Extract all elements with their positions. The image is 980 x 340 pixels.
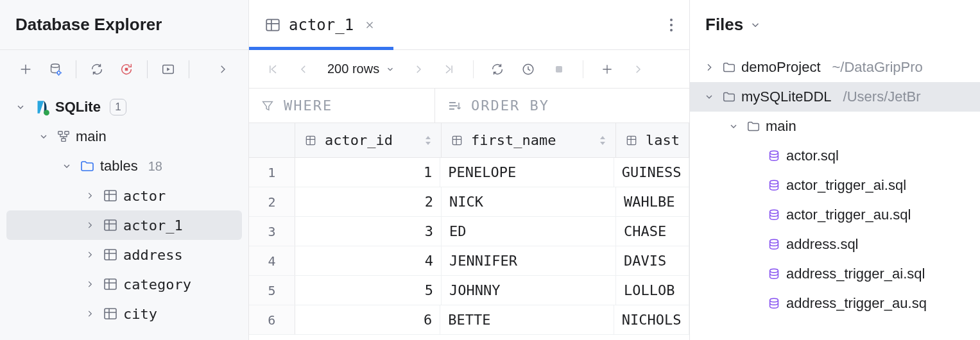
tree-schema[interactable]: main [0,122,248,151]
cancel-button[interactable] [546,56,572,82]
column-header-first-name[interactable]: first_name [442,123,616,157]
chevron-down-icon[interactable] [13,102,28,112]
prev-page-button[interactable] [290,56,317,82]
chevron-down-icon[interactable] [59,161,74,171]
cell-last-name[interactable]: LOLLOB [616,276,689,305]
stop-button[interactable] [114,56,139,82]
cell-actor-id[interactable]: 3 [295,217,442,246]
sort-indicator-icon[interactable] [424,135,432,146]
root-path: ~/DataGripPro [832,59,923,76]
tree-table[interactable]: actor_1 [6,210,242,240]
root-label: mySQLiteDDL [741,89,832,105]
table-row[interactable]: 66BETTENICHOLS [249,305,689,335]
add-row-button[interactable] [594,56,621,82]
table-row[interactable]: 11PENELOPEGUINESS [249,158,689,187]
table-label: actor_1 [123,217,183,234]
tab-actor-1[interactable]: actor_1 [249,0,393,49]
cell-first-name[interactable]: JENNIFER [442,246,616,275]
reload-button[interactable] [484,56,511,82]
svg-point-15 [670,19,673,21]
tree-tables-folder[interactable]: tables 18 [0,151,248,181]
cell-last-name[interactable]: NICHOLS [614,305,689,334]
history-button[interactable] [515,56,542,82]
chevron-right-icon[interactable] [701,62,717,72]
svg-rect-12 [105,279,116,289]
refresh-button[interactable] [84,56,110,82]
cell-first-name[interactable]: PENELOPE [440,158,614,187]
cell-actor-id[interactable]: 2 [295,187,442,216]
chevron-right-icon[interactable] [82,191,98,200]
chevron-down-icon[interactable] [36,132,51,142]
svg-rect-13 [105,309,116,319]
sort-indicator-icon[interactable] [599,135,606,146]
svg-rect-9 [105,191,116,201]
cell-actor-id[interactable]: 6 [295,305,441,334]
cell-first-name[interactable]: NICK [442,187,616,216]
chevron-right-icon[interactable] [82,309,98,318]
chevron-right-icon[interactable] [82,250,98,259]
rows-label: 200 rows [327,62,379,76]
column-header-actor-id[interactable]: actor_id [295,123,442,157]
first-page-button[interactable] [259,56,286,82]
table-label: category [123,276,191,293]
file-item[interactable]: address_trigger_ai.sql [690,259,980,289]
chevron-down-icon[interactable] [750,19,761,31]
orderby-filter[interactable]: ORDER BY [435,89,561,123]
tabbar-more-button[interactable] [653,0,689,49]
folder-main[interactable]: main [690,112,980,141]
cell-actor-id[interactable]: 1 [295,158,441,187]
cell-last-name[interactable]: CHASE [616,217,689,246]
cell-first-name[interactable]: JOHNNY [442,276,616,305]
cell-actor-id[interactable]: 5 [295,276,442,305]
cell-last-name[interactable]: WAHLBE [616,187,689,216]
file-item[interactable]: address.sql [690,230,980,259]
chevron-down-icon[interactable] [701,92,717,102]
next-button[interactable] [624,56,651,82]
svg-rect-10 [105,220,116,230]
expand-collapse-button[interactable] [210,56,236,82]
svg-rect-20 [306,136,314,144]
file-item[interactable]: actor_trigger_au.sql [690,200,980,230]
editor-tabbar: actor_1 [249,0,689,50]
where-filter[interactable]: WHERE [249,89,435,123]
last-page-button[interactable] [436,56,463,82]
cell-actor-id[interactable]: 4 [295,246,442,275]
table-row[interactable]: 22NICKWAHLBE [249,187,689,217]
chevron-down-icon[interactable] [726,121,741,132]
file-item[interactable]: address_trigger_au.sq [690,289,980,318]
datasource-properties-button[interactable] [42,56,68,82]
cell-first-name[interactable]: ED [442,217,616,246]
svg-rect-7 [65,132,69,135]
sql-file-icon [767,237,781,251]
plus-icon [601,63,614,76]
tree-table[interactable]: city [0,299,248,328]
tree-table[interactable]: actor [0,181,248,210]
cell-first-name[interactable]: BETTE [440,305,614,334]
table-row[interactable]: 44JENNIFERDAVIS [249,246,689,276]
rows-dropdown[interactable]: 200 rows [321,56,401,82]
file-item[interactable]: actor.sql [690,141,980,171]
query-console-button[interactable] [155,56,181,82]
chevron-right-icon[interactable] [82,280,98,289]
tab-label: actor_1 [289,16,354,34]
folder-icon [722,60,736,74]
svg-point-24 [770,180,778,184]
cell-last-name[interactable]: DAVIS [616,246,689,275]
chevron-right-icon[interactable] [82,221,98,230]
tree-table[interactable]: category [0,269,248,299]
column-header-last[interactable]: last [616,123,689,157]
add-button[interactable] [13,56,39,82]
table-row[interactable]: 55JOHNNYLOLLOB [249,276,689,305]
next-page-button[interactable] [405,56,432,82]
cell-last-name[interactable]: GUINESS [614,158,689,187]
project-root-demoproject[interactable]: demoProject ~/DataGripPro [690,53,980,82]
tab-close-button[interactable] [361,17,378,33]
tree-datasource[interactable]: SQLite 1 [0,92,248,122]
sql-file-icon [767,267,781,281]
table-row[interactable]: 33EDCHASE [249,217,689,246]
file-item[interactable]: actor_trigger_ai.sql [690,171,980,200]
grid-corner [249,123,295,157]
table-label: city [123,306,157,322]
tree-table[interactable]: address [0,240,248,269]
project-root-mysqliteddl[interactable]: mySQLiteDDL /Users/JetBr [690,82,980,112]
